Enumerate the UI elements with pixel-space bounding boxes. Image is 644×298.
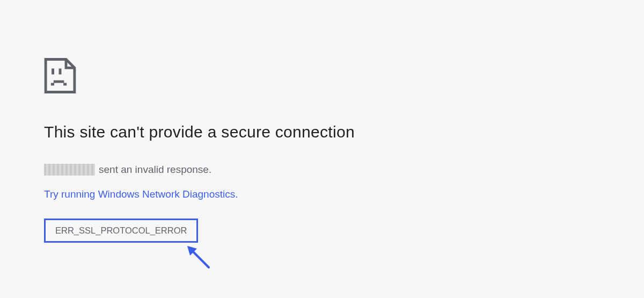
invalid-response-text: sent an invalid response. [99, 164, 211, 176]
diagnostics-link[interactable]: Try running Windows Network Diagnostics. [44, 188, 238, 200]
error-content: This site can't provide a secure connect… [44, 58, 355, 243]
error-code-highlight: ERR_SSL_PROTOCOL_ERROR [44, 219, 198, 243]
error-subtitle: sent an invalid response. [44, 164, 355, 176]
svg-line-5 [189, 248, 209, 267]
svg-rect-1 [59, 69, 62, 75]
svg-rect-0 [52, 69, 54, 75]
svg-rect-4 [63, 83, 67, 85]
sad-page-icon [44, 58, 76, 93]
error-title: This site can't provide a secure connect… [44, 123, 355, 141]
svg-rect-3 [51, 83, 54, 85]
svg-marker-6 [187, 246, 197, 256]
blurred-hostname [44, 164, 95, 176]
annotation-arrow-icon [185, 244, 212, 271]
svg-rect-2 [54, 81, 64, 83]
error-page: This site can't provide a secure connect… [0, 0, 644, 298]
